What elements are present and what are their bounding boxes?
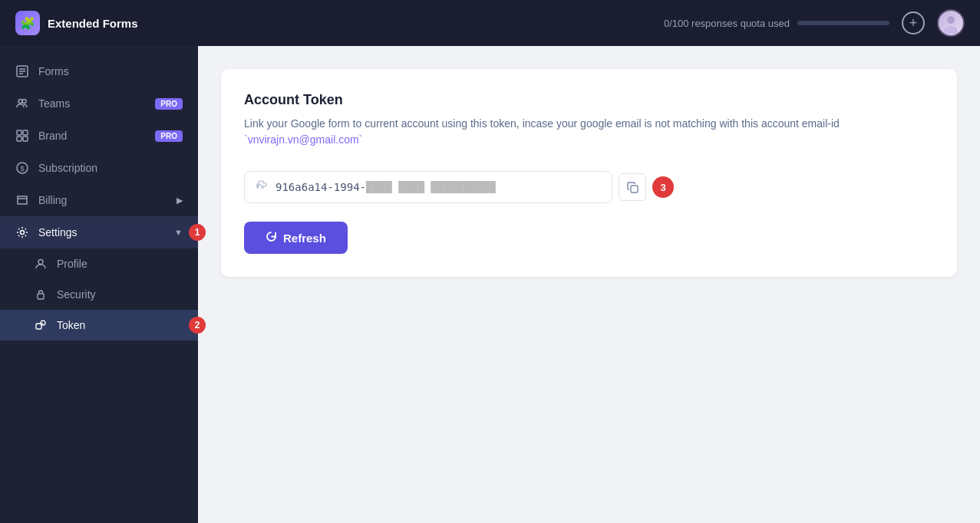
app-logo-icon: 🧩: [15, 11, 40, 35]
sidebar-item-token[interactable]: Token 2: [0, 310, 198, 340]
topbar: 0/100 responses quota used +: [198, 0, 980, 46]
sidebar-item-billing[interactable]: Billing ▶: [0, 184, 198, 216]
svg-rect-6: [17, 130, 21, 135]
step3-badge: 3: [652, 176, 674, 198]
subscription-label: Subscription: [38, 162, 97, 174]
sidebar-item-profile[interactable]: Profile: [0, 248, 198, 279]
main-area: 0/100 responses quota used + Account Tok…: [198, 0, 980, 523]
quota-label: 0/100 responses quota used: [664, 18, 790, 29]
settings-step1-badge: 1: [189, 224, 206, 241]
profile-label: Profile: [57, 258, 87, 270]
content-area: Account Token Link your Google form to c…: [198, 46, 980, 523]
settings-icon: [15, 225, 29, 239]
token-puzzle-icon: [256, 179, 268, 195]
billing-icon: [15, 193, 29, 207]
token-row: 916a6a14-1994-████ ████ ██████████ 3: [244, 171, 934, 203]
profile-icon: [34, 257, 48, 271]
card-email: `vnvirajn.vn@gmail.com`: [244, 133, 362, 146]
avatar[interactable]: [937, 9, 965, 37]
svg-text:$: $: [20, 165, 24, 173]
add-button[interactable]: +: [902, 12, 925, 35]
billing-label: Billing: [38, 194, 67, 206]
svg-rect-9: [23, 137, 28, 141]
brand-icon: [15, 129, 29, 143]
token-icon: [34, 318, 48, 332]
sidebar-header: 🧩 Extended Forms: [0, 0, 198, 46]
svg-point-13: [21, 231, 25, 235]
refresh-button[interactable]: Refresh: [244, 222, 348, 254]
app-title: Extended Forms: [48, 17, 138, 30]
sidebar-item-settings[interactable]: Settings ▼ 1: [0, 216, 198, 248]
card-description: Link your Google form to current account…: [244, 116, 934, 148]
account-token-card: Account Token Link your Google form to c…: [221, 69, 957, 277]
copy-button[interactable]: [619, 173, 646, 201]
sidebar-item-forms[interactable]: Forms: [0, 55, 198, 87]
teams-label: Teams: [38, 97, 70, 110]
brand-pro-badge: Pro: [155, 130, 183, 142]
svg-point-14: [38, 260, 43, 265]
svg-rect-7: [23, 130, 28, 135]
security-label: Security: [57, 288, 96, 301]
svg-point-19: [947, 16, 955, 24]
svg-rect-15: [38, 294, 44, 299]
settings-arrow-icon: ▼: [174, 228, 183, 237]
forms-label: Forms: [38, 65, 69, 77]
brand-label: Brand: [38, 130, 67, 142]
settings-label: Settings: [38, 226, 78, 238]
sidebar-item-brand[interactable]: Brand Pro: [0, 120, 198, 152]
sidebar-nav: Forms Teams Pro Brand Pro $ Subscription: [0, 46, 198, 523]
card-title: Account Token: [244, 92, 934, 108]
token-value-text: 916a6a14-1994-████ ████ ██████████: [276, 181, 601, 193]
svg-point-20: [944, 26, 958, 34]
refresh-icon: [266, 231, 277, 245]
token-step2-badge: 2: [189, 317, 206, 334]
billing-arrow-icon: ▶: [177, 196, 183, 206]
quota-section: 0/100 responses quota used: [664, 18, 889, 29]
token-input-wrapper: 916a6a14-1994-████ ████ ██████████: [244, 171, 612, 203]
teams-icon: [15, 97, 29, 110]
forms-icon: [15, 64, 29, 78]
svg-rect-8: [17, 137, 21, 141]
svg-point-5: [22, 100, 26, 104]
token-label: Token: [57, 319, 85, 331]
sidebar-item-subscription[interactable]: $ Subscription: [0, 152, 198, 184]
card-desc-text: Link your Google form to current account…: [244, 117, 840, 130]
svg-rect-21: [631, 186, 638, 192]
teams-pro-badge: Pro: [155, 98, 183, 110]
refresh-label: Refresh: [283, 232, 326, 245]
quota-bar-container: [797, 21, 889, 25]
subscription-icon: $: [15, 161, 29, 175]
sidebar: 🧩 Extended Forms Forms Teams Pro Brand P…: [0, 0, 198, 523]
security-icon: [34, 288, 48, 301]
sidebar-item-teams[interactable]: Teams Pro: [0, 87, 198, 120]
sidebar-item-security[interactable]: Security: [0, 279, 198, 310]
